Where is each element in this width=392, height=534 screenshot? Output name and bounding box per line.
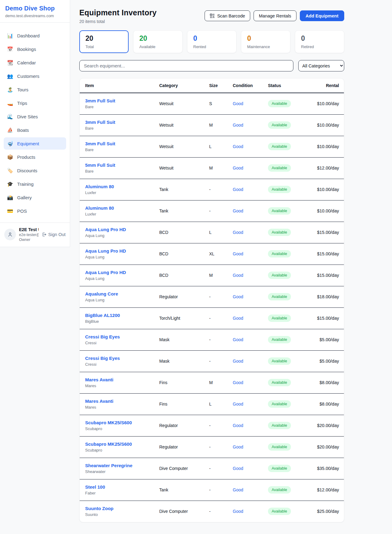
condition-link[interactable]: Good <box>233 487 243 492</box>
sidebar-item-dive-sites[interactable]: 🌊 Dive Sites <box>4 110 66 123</box>
tag-icon: 🏷️ <box>7 168 13 174</box>
sidebar-item-training[interactable]: 🎓 Training <box>4 178 66 190</box>
sidebar-item-calendar[interactable]: 📆 Calendar <box>4 56 66 69</box>
item-name-link[interactable]: 5mm Full Suit <box>85 162 152 168</box>
condition-link[interactable]: Good <box>233 337 243 342</box>
scan-barcode-button[interactable]: Scan Barcode <box>205 10 250 21</box>
item-name-link[interactable]: BigBlue AL1200 <box>85 313 152 318</box>
stat-card-total[interactable]: 20 Total <box>79 30 129 53</box>
status-badge: Available <box>268 486 291 494</box>
sidebar-item-gallery[interactable]: 📸 Gallery <box>4 191 66 204</box>
condition-link[interactable]: Good <box>233 208 243 213</box>
item-category: Wetsuit <box>156 93 205 114</box>
condition-link[interactable]: Good <box>233 273 243 278</box>
sidebar-item-label: Customers <box>17 74 40 79</box>
condition-link[interactable]: Good <box>233 230 243 235</box>
sidebar-item-pos[interactable]: 💳 POS <box>4 205 66 217</box>
item-name-link[interactable]: Mares Avanti <box>85 399 152 404</box>
item-name-link[interactable]: 3mm Full Suit <box>85 120 152 125</box>
item-category: Wetsuit <box>156 157 205 179</box>
user-email: e2e-tester@... <box>19 233 39 237</box>
condition-link[interactable]: Good <box>233 423 243 428</box>
sidebar-item-trips[interactable]: 🚤 Trips <box>4 97 66 109</box>
condition-link[interactable]: Good <box>233 316 243 321</box>
table-row: Suunto Zoop Suunto Dive Computer - Good … <box>80 501 344 522</box>
table-row: 3mm Full Suit Bare Wetsuit L Good Availa… <box>80 136 344 157</box>
item-name-link[interactable]: Aqua Lung Pro HD <box>85 270 152 275</box>
sidebar-item-discounts[interactable]: 🏷️ Discounts <box>4 164 66 177</box>
stat-value: 0 <box>301 35 338 42</box>
item-name-link[interactable]: Steel 100 <box>85 484 152 490</box>
item-brand: Luxfer <box>85 190 152 195</box>
item-name-link[interactable]: Aqualung Core <box>85 291 152 296</box>
brand-title[interactable]: Demo Dive Shop <box>5 5 65 12</box>
sidebar-item-boats[interactable]: ⛵ Boats <box>4 124 66 136</box>
condition-link[interactable]: Good <box>233 294 243 299</box>
rental-price: $10.00/day <box>310 114 344 136</box>
item-name-link[interactable]: 3mm Full Suit <box>85 141 152 146</box>
table-row: 5mm Full Suit Bare Wetsuit M Good Availa… <box>80 157 344 179</box>
stat-card-rented[interactable]: 0 Rented <box>187 30 236 53</box>
condition-link[interactable]: Good <box>233 444 243 449</box>
condition-link[interactable]: Good <box>233 101 243 106</box>
sidebar-item-dashboard[interactable]: 📊 Dashboard <box>4 29 66 42</box>
sidebar-item-bookings[interactable]: 📅 Bookings <box>4 43 66 55</box>
search-input[interactable] <box>79 60 293 71</box>
item-name-link[interactable]: Cressi Big Eyes <box>85 356 152 361</box>
table-row: Scubapro MK25/S600 Scubapro Regulator - … <box>80 415 344 436</box>
manage-rentals-button[interactable]: Manage Rentals <box>254 10 296 21</box>
sidebar-item-customers[interactable]: 👥 Customers <box>4 70 66 82</box>
sidebar-item-products[interactable]: 📦 Products <box>4 151 66 163</box>
item-category: BCD <box>156 222 205 243</box>
item-name-link[interactable]: Shearwater Peregrine <box>85 463 152 468</box>
add-equipment-button[interactable]: Add Equipment <box>300 10 344 21</box>
item-brand: Cressi <box>85 362 152 367</box>
item-name-link[interactable]: 3mm Full Suit <box>85 98 152 103</box>
table-row: Aqua Lung Pro HD Aqua Lung BCD XL Good A… <box>80 243 344 265</box>
status-badge: Available <box>268 143 291 150</box>
stat-label: Rented <box>193 44 230 49</box>
condition-link[interactable]: Good <box>233 509 243 514</box>
item-name-link[interactable]: Suunto Zoop <box>85 506 152 511</box>
condition-link[interactable]: Good <box>233 123 243 128</box>
column-header-status: Status <box>264 78 310 93</box>
sidebar-item-equipment[interactable]: 🤿 Equipment <box>4 137 66 150</box>
condition-link[interactable]: Good <box>233 466 243 471</box>
column-header-rental: Rental <box>310 78 344 93</box>
scan-barcode-label: Scan Barcode <box>217 13 245 18</box>
item-brand: Scubapro <box>85 448 152 452</box>
table-row: Scubapro MK25/S600 Scubapro Regulator - … <box>80 436 344 458</box>
logout-icon <box>42 232 47 237</box>
item-name-link[interactable]: Scubapro MK25/S600 <box>85 441 152 447</box>
package-icon: 📦 <box>7 154 13 160</box>
stat-card-maintenance[interactable]: 0 Maintenance <box>241 30 290 53</box>
items-total-count: 20 items total <box>79 19 156 24</box>
rental-price: $12.00/day <box>310 479 344 501</box>
stat-card-available[interactable]: 20 Available <box>133 30 183 53</box>
condition-link[interactable]: Good <box>233 380 243 385</box>
item-name-link[interactable]: Scubapro MK25/S600 <box>85 420 152 425</box>
sidebar-item-label: Dive Sites <box>17 114 38 119</box>
item-brand: Bare <box>85 169 152 174</box>
item-category: Wetsuit <box>156 114 205 136</box>
sign-out-button[interactable]: Sign Out <box>42 232 66 237</box>
condition-link[interactable]: Good <box>233 166 243 170</box>
condition-link[interactable]: Good <box>233 251 243 256</box>
item-name-link[interactable]: Aqua Lung Pro HD <box>85 248 152 254</box>
item-name-link[interactable]: Aluminum 80 <box>85 205 152 211</box>
item-name-link[interactable]: Mares Avanti <box>85 377 152 382</box>
condition-link[interactable]: Good <box>233 187 243 192</box>
category-filter-select[interactable]: All Categories <box>298 60 344 71</box>
condition-link[interactable]: Good <box>233 402 243 406</box>
item-category: Tank <box>156 179 205 200</box>
table-row: Mares Avanti Mares Fins M Good Available… <box>80 372 344 393</box>
sidebar-item-tours[interactable]: 🏝️ Tours <box>4 83 66 96</box>
item-name-link[interactable]: Aqua Lung Pro HD <box>85 227 152 232</box>
item-name-link[interactable]: Cressi Big Eyes <box>85 334 152 339</box>
condition-link[interactable]: Good <box>233 359 243 364</box>
stat-card-retired[interactable]: 0 Retired <box>295 30 344 53</box>
status-badge: Available <box>268 272 291 279</box>
item-name-link[interactable]: Aluminum 80 <box>85 184 152 189</box>
sidebar-nav: 📊 Dashboard 📅 Bookings 📆 Calendar 👥 Cust… <box>0 23 70 223</box>
condition-link[interactable]: Good <box>233 144 243 149</box>
